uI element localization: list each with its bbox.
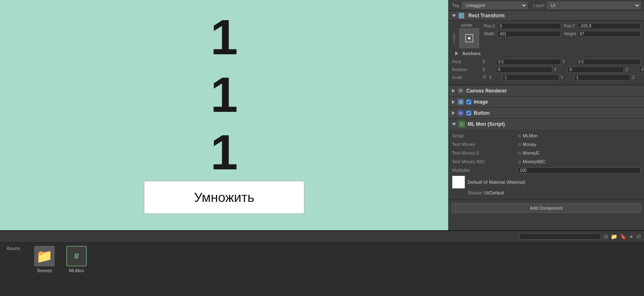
height-input[interactable] [578, 31, 641, 37]
canvas-renderer-title: Canvas Renderer [466, 88, 507, 94]
anchors-collapse-icon [455, 51, 458, 56]
pos-y-label: Pos Y [564, 24, 577, 28]
canvas-renderer-section: 👁 Canvas Renderer [449, 86, 644, 97]
text-money-link-icon: ⊙ [518, 142, 521, 147]
mlmon-title: ML Mon (Script) [468, 121, 505, 127]
text-money-e-value: MoneyE [523, 150, 539, 155]
mlmon-header[interactable]: # ML Mon (Script) [449, 119, 644, 130]
scale-label: Scale [452, 75, 481, 80]
text-money-e-value-container: ⊙ MoneyE [518, 150, 641, 155]
rotation-y-input[interactable] [568, 67, 624, 73]
text-money-label: Text Money [452, 142, 518, 147]
tag-layer-row: Tag Untagged Layer UI [449, 0, 644, 11]
add-component-button[interactable]: Add Component [452, 203, 641, 213]
scale-x-label: X [489, 75, 501, 80]
text-money-value-container: ⊙ Money [518, 142, 641, 147]
button-header[interactable]: ● Button [449, 108, 644, 118]
anchors-row[interactable]: Anchors [452, 50, 641, 57]
image-title: Image [474, 99, 488, 105]
rect-transform-header[interactable]: Rect Transform [449, 11, 644, 21]
canvas-renderer-icon: 👁 [457, 88, 464, 94]
inspector-panel: Tag Untagged Layer UI Rect Transform [448, 0, 644, 230]
assets-star-icon[interactable]: ★ [629, 234, 634, 240]
rotation-x-label: X [482, 67, 495, 72]
rotation-z-input[interactable] [639, 67, 644, 73]
rect-transform-icon [459, 13, 464, 18]
scale-y-input[interactable] [574, 74, 630, 81]
multiply-button-label: Умножить [194, 190, 255, 205]
material-name: Default UI Material (Material) [468, 180, 526, 185]
side-middle-label: middle [452, 33, 459, 44]
height-label: Height [564, 32, 577, 36]
layer-select[interactable]: UI [547, 2, 641, 9]
pos-y-input[interactable] [578, 23, 641, 29]
anchors-label: Anchors [462, 51, 481, 56]
number-3: 1 [211, 127, 238, 177]
assets-panel: ⊞ 📁 🔖 ★ 10 Assets 📁 Scenes # MLMon [0, 230, 644, 296]
multiplier-label: Multiplier [452, 168, 518, 173]
rect-transform-section: Rect Transform center middle [449, 11, 644, 86]
shader-row: Shader UI/Default [468, 190, 641, 195]
pos-x-input[interactable] [498, 23, 561, 29]
rotation-row: Rotation X Y Z [452, 67, 641, 73]
asset-item-scenes[interactable]: 📁 Scenes [30, 246, 59, 273]
scale-link-icon: ⛓ [482, 74, 486, 81]
mlmon-body: Script ⊙ MLMon Text Money ⊙ Money [449, 130, 644, 199]
text-money-abc-prop-row: Text Money ABC ⊙ MoneyABC [452, 158, 641, 165]
game-view: 1 1 1 Умножить [0, 0, 448, 230]
text-money-abc-value-container: ⊙ MoneyABC [518, 159, 641, 164]
canvas-renderer-collapse-icon [452, 89, 455, 93]
text-money-e-label: Text Money E [452, 150, 518, 155]
scale-y-label: Y [561, 75, 573, 80]
add-component-label: Add Component [530, 206, 563, 210]
text-money-e-prop-row: Text Money E ⊙ MoneyE [452, 149, 641, 157]
width-input[interactable] [498, 31, 561, 37]
anchor-widget[interactable] [459, 28, 479, 48]
image-header[interactable]: 🖼 Image [449, 97, 644, 107]
pivot-label: Pivot [452, 60, 481, 64]
text-money-abc-value: MoneyABC [523, 159, 546, 164]
scale-row: Scale ⛓ X Y Z [452, 74, 641, 81]
multiplier-input[interactable] [518, 167, 641, 173]
tag-select[interactable]: Untagged [462, 2, 528, 9]
assets-count: 10 [636, 234, 641, 239]
text-money-abc-link-icon: ⊙ [518, 160, 521, 164]
assets-filter-icon[interactable]: 🔖 [620, 234, 626, 240]
script-label: Script [452, 133, 518, 138]
assets-folder-icon[interactable]: 📁 [611, 234, 617, 240]
mlmon-section: # ML Mon (Script) Script ⊙ MLMon Text [449, 119, 644, 200]
pivot-x-input[interactable] [496, 59, 561, 65]
rect-transform-body: center middle [449, 21, 644, 85]
text-money-prop-row: Text Money ⊙ Money [452, 141, 641, 148]
assets-toolbar: ⊞ 📁 🔖 ★ 10 [0, 231, 644, 243]
rotation-label: Rotation [452, 67, 481, 72]
button-icon: ● [457, 110, 464, 116]
anchor-center-label: center [461, 23, 473, 28]
material-swatch [452, 176, 465, 189]
asset-item-mlmon[interactable]: # MLMon [62, 246, 91, 273]
button-checkbox[interactable] [466, 111, 471, 116]
canvas-renderer-header[interactable]: 👁 Canvas Renderer [449, 86, 644, 96]
pivot-y-label: Y [563, 60, 575, 64]
multiply-button[interactable]: Умножить [144, 181, 304, 214]
rotation-z-label: Z [625, 67, 638, 72]
shader-value: UI/Default [484, 190, 504, 195]
text-money-value: Money [523, 142, 536, 147]
assets-expand-icon[interactable]: ⊞ [604, 234, 608, 240]
mlmon-script-icon: # [459, 121, 465, 127]
number-2: 1 [211, 70, 238, 119]
shader-label: Shader [468, 190, 482, 195]
rotation-y-label: Y [554, 67, 566, 72]
number-1: 1 [211, 12, 238, 62]
assets-search-input[interactable] [519, 234, 601, 240]
image-checkbox[interactable] [466, 99, 471, 104]
scale-z-label: Z [632, 75, 644, 80]
assets-body: 📁 Scenes # MLMon [27, 243, 644, 296]
assets-title: Assets [3, 245, 23, 252]
script-prop-row: Script ⊙ MLMon [452, 132, 641, 139]
rotation-x-input[interactable] [496, 67, 552, 73]
image-section: 🖼 Image [449, 97, 644, 108]
script-link-icon: ⊙ [518, 134, 521, 138]
scale-x-input[interactable] [503, 74, 559, 81]
pivot-y-input[interactable] [576, 59, 641, 65]
